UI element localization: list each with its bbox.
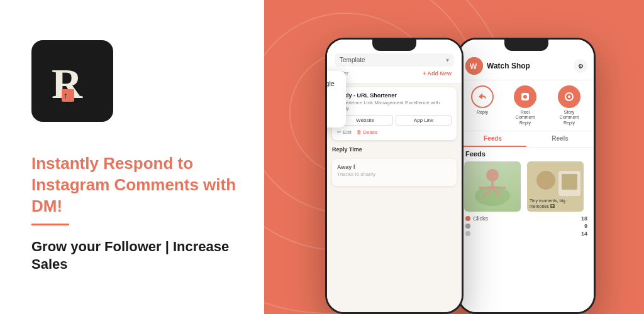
shop-name: Watch Shop — [487, 62, 530, 70]
back-phone-screen: W Watch Shop ⚙ — [459, 40, 594, 312]
reply-btn-circle[interactable] — [471, 85, 494, 108]
template-bar: Template ▾ — [335, 53, 454, 67]
settings-icon[interactable]: ⚙ — [574, 59, 587, 73]
story-reply-action: Story Comment Reply — [557, 85, 582, 126]
grid-img-1 — [464, 161, 521, 212]
sub-bar: nder + Add New — [335, 69, 454, 78]
action-buttons-row: Reply Reel Comment Reply S — [459, 80, 594, 131]
front-phone-screen: Template ▾ nder + Add New Add a Media te… — [327, 40, 462, 312]
stat-dot-1 — [465, 216, 470, 221]
feed-card-btns: Website App Link — [337, 115, 452, 126]
delete-btn[interactable]: 🗑 Delete — [357, 129, 377, 135]
header-icons: ⚙ — [574, 59, 587, 73]
tab-reels[interactable]: Reels — [526, 131, 594, 147]
reply-label: Reply — [477, 110, 488, 115]
phones-container: Template ▾ nder + Add New Add a Media te… — [277, 0, 644, 314]
feed-card-1: Foxly - URL Shortener Experience Link Ma… — [332, 87, 457, 140]
logo-box: R ↑ — [31, 40, 113, 122]
reply-action: Reply — [471, 85, 494, 126]
shop-avatar: W — [465, 57, 483, 75]
phone-front: Template ▾ nder + Add New Add a Media te… — [325, 38, 464, 314]
reel-reply-label: Reel Comment Reply — [513, 110, 538, 126]
back-phone-notch — [504, 40, 548, 51]
stat-clicks-label: Clicks — [473, 215, 488, 222]
template-label: Template — [340, 57, 365, 63]
stat-2-value: 9 — [584, 223, 587, 229]
stat-3: 14 — [465, 230, 587, 237]
svg-text:W: W — [470, 62, 477, 71]
reel-reply-btn-circle[interactable] — [514, 85, 536, 108]
tab-feeds[interactable]: Feeds — [459, 131, 526, 147]
grid-img-2: Tiny moments, bigmemories 🎞 — [527, 161, 584, 212]
tagline-main: Instantly Respond to Instagram Comments … — [31, 153, 239, 217]
divider-line — [31, 224, 69, 225]
tabs-row: Feeds Reels — [459, 131, 594, 148]
add-new-btn[interactable]: + Add New — [423, 70, 452, 77]
feed-card-2-title: Away f — [337, 164, 452, 170]
reply-time-label: Reply Time — [327, 144, 462, 155]
stat-2: 9 — [465, 223, 587, 229]
stat-dot-2 — [465, 224, 470, 229]
edit-btn[interactable]: ✏ Edit — [337, 129, 352, 135]
svg-point-9 — [568, 95, 570, 98]
phone-notch — [372, 40, 416, 51]
banner: R ↑ Instantly Respond to Instagram Comme… — [0, 0, 644, 314]
stat-clicks: Clicks 18 — [465, 215, 587, 222]
stats-row: Clicks 18 9 14 — [459, 213, 594, 239]
stat-clicks-value: 18 — [581, 215, 587, 222]
tooltip-text: Add a Media template to send single or m… — [327, 78, 337, 120]
story-reply-btn-circle[interactable] — [558, 85, 580, 108]
story-reply-label: Story Comment Reply — [557, 110, 582, 126]
tagline-sub: Grow your Follower | Increase Sales — [31, 238, 239, 274]
reel-reply-action: Reel Comment Reply — [513, 85, 538, 126]
svg-point-7 — [523, 95, 527, 99]
svg-point-14 — [536, 171, 555, 190]
stat-dot-3 — [465, 231, 470, 236]
replug-logo: R ↑ — [44, 53, 101, 109]
left-section: R ↑ Instantly Respond to Instagram Comme… — [0, 0, 264, 314]
dropdown-arrow: ▾ — [446, 57, 449, 63]
right-section: Template ▾ nder + Add New Add a Media te… — [264, 0, 644, 314]
shop-name-container: Watch Shop — [487, 62, 530, 70]
grid-images: Tiny moments, bigmemories 🎞 — [459, 160, 594, 213]
app-link-btn[interactable]: App Link — [396, 115, 452, 126]
img-caption: Tiny moments, bigmemories 🎞 — [530, 198, 565, 209]
phone-back: W Watch Shop ⚙ — [457, 38, 596, 314]
stat-3-value: 14 — [581, 230, 587, 237]
feed-card-2-sub: Thanks fo sharify — [337, 171, 452, 177]
svg-point-10 — [475, 186, 510, 206]
svg-text:↑: ↑ — [64, 90, 68, 100]
feed-card-title: Foxly - URL Shortener — [337, 92, 452, 99]
feed-card-2: Away f Thanks fo sharify — [332, 159, 457, 186]
section-header: Feeds — [459, 148, 594, 160]
svg-rect-16 — [562, 174, 577, 190]
feed-card-sub: Experience Link Management Excellence wi… — [337, 100, 452, 111]
svg-point-11 — [486, 169, 499, 181]
tooltip-bubble: Add a Media template to send single or m… — [327, 71, 346, 127]
feed-card-footer: ✏ Edit 🗑 Delete — [337, 129, 452, 135]
meditation-figure — [464, 161, 521, 212]
